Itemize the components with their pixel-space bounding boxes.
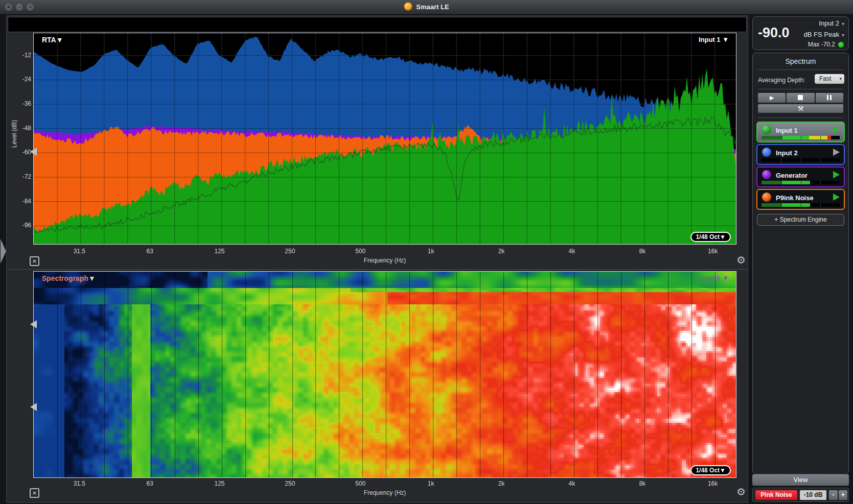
app-logo-icon — [404, 2, 412, 11]
input-play-icon[interactable] — [833, 126, 840, 133]
freq-tick-label: 125 — [214, 480, 224, 487]
window-title: Smaart LE — [0, 0, 853, 14]
pause-icon — [830, 95, 832, 100]
input-play-icon[interactable] — [833, 171, 840, 178]
level-tick-label: -24 — [15, 76, 31, 83]
input-row-generator[interactable]: Generator — [756, 166, 845, 187]
input-row-p9ink-noise[interactable]: P9ink Noise — [756, 189, 845, 210]
spectrograph-lower-range-handle[interactable] — [30, 403, 37, 411]
input-color-indicator — [762, 170, 771, 179]
freq-tick-label: 250 — [285, 248, 295, 255]
input-play-icon[interactable] — [833, 149, 840, 156]
rta-plot[interactable]: RTA▼ Input 1 ▼ 1/48 Oct▼ — [33, 33, 736, 245]
rta-octave-selector[interactable]: 1/48 Oct▼ — [690, 232, 731, 242]
freq-tick-label: 63 — [147, 480, 153, 487]
rta-x-axis-label: Frequency (Hz) — [33, 257, 736, 264]
level-meter-panel: Input 2▾ -90.0 dB FS Peak▾ Max -70.2 — [752, 16, 849, 50]
spectrograph-input-selector[interactable]: Input 1 ▼ — [699, 274, 729, 282]
pause-button[interactable] — [816, 93, 843, 103]
signal-present-indicator — [838, 42, 844, 47]
rta-input-selector[interactable]: Input 1 ▼ — [699, 36, 729, 43]
input-row-input-2[interactable]: Input 2 — [756, 144, 845, 165]
input-color-indicator — [762, 193, 771, 202]
level-tick-label: -60 — [15, 149, 31, 156]
meter-max-value: Max -70.2 — [808, 41, 835, 48]
input-label: Input 1 — [776, 127, 798, 134]
panel-collapse-handle[interactable] — [1, 239, 6, 263]
top-empty-strip — [8, 17, 747, 32]
averaging-depth-label: Averaging Depth: — [758, 77, 805, 84]
rta-type-selector[interactable]: RTA▼ — [42, 36, 63, 44]
sidebar: Input 2▾ -90.0 dB FS Peak▾ Max -70.2 Spe… — [749, 15, 853, 504]
spectrograph-image — [34, 272, 736, 477]
input-label: P9ink Noise — [776, 194, 814, 202]
stop-button[interactable] — [787, 93, 814, 103]
input-level-meter — [762, 181, 840, 184]
rta-traces — [34, 33, 736, 244]
stop-icon — [798, 95, 803, 100]
play-button[interactable]: ▶ — [758, 93, 786, 103]
titlebar: ✕ − + Smaart LE — [0, 0, 853, 15]
level-tick-label: -36 — [15, 100, 31, 107]
freq-tick-label: 1k — [428, 248, 434, 255]
spectrograph-settings-gear-icon[interactable]: ⚙ — [736, 487, 746, 497]
averaging-depth-select[interactable]: Fast▾ — [815, 74, 844, 84]
spectrograph-x-axis-label: Frequency (Hz) — [33, 489, 736, 496]
meter-scale-selector[interactable]: dB FS Peak▾ — [804, 31, 844, 38]
freq-tick-label: 2k — [498, 480, 505, 487]
generator-level-increase-button[interactable]: + — [839, 490, 847, 500]
rta-close-button[interactable]: ✕ — [30, 256, 39, 266]
chevron-down-icon: ▾ — [842, 32, 844, 38]
level-tick-label: -48 — [15, 125, 31, 132]
freq-tick-label: 500 — [355, 480, 365, 487]
freq-tick-label: 250 — [285, 480, 295, 487]
tools-button[interactable]: ⚒ — [758, 104, 843, 113]
freq-tick-label: 500 — [355, 248, 365, 255]
input-color-indicator — [762, 148, 771, 157]
level-tick-label: -72 — [15, 173, 31, 180]
freq-tick-label: 31.5 — [74, 480, 85, 487]
meter-value: -90.0 — [758, 25, 790, 41]
spectrograph-plot[interactable]: Spectrograph▼ Input 1 ▼ 1/48 Oct▼ — [33, 271, 736, 478]
level-tick-label: -96 — [15, 222, 31, 229]
spectrograph-upper-range-handle[interactable] — [30, 320, 37, 328]
generator-panel: Pink Noise -10 dB - + — [752, 488, 849, 502]
freq-tick-label: 2k — [498, 248, 505, 255]
freq-tick-label: 4k — [569, 248, 575, 255]
add-spectrum-engine-button[interactable]: + Spectrum Engine — [757, 214, 844, 226]
level-tick-label: -84 — [15, 198, 31, 205]
freq-tick-label: 125 — [214, 248, 224, 255]
rta-settings-gear-icon[interactable]: ⚙ — [736, 255, 746, 265]
plots-area: RTA▼ Input 1 ▼ 1/48 Oct▼ Level (dB) -12-… — [6, 15, 748, 503]
input-row-input-1[interactable]: Input 1 — [756, 122, 845, 142]
freq-tick-label: 4k — [569, 480, 575, 487]
generator-level-decrease-button[interactable]: - — [829, 490, 838, 500]
freq-tick-label: 1k — [428, 480, 434, 487]
view-button[interactable]: View — [752, 474, 849, 486]
input-label: Generator — [776, 172, 808, 179]
freq-tick-label: 16k — [708, 248, 718, 255]
freq-tick-label: 63 — [147, 248, 153, 255]
tools-icon: ⚒ — [798, 105, 804, 112]
rta-level-slider-handle[interactable] — [30, 148, 37, 156]
app-window: ✕ − + Smaart LE RTA▼ Input 1 ▼ 1/48 Oct▼… — [0, 0, 853, 504]
freq-tick-label: 8k — [639, 480, 645, 487]
input-level-meter — [762, 203, 840, 207]
input-level-meter — [762, 158, 840, 162]
meter-input-selector[interactable]: Input 2▾ — [819, 19, 844, 27]
spectrograph-octave-selector[interactable]: 1/48 Oct▼ — [690, 465, 731, 475]
input-level-meter — [762, 136, 840, 139]
plot-divider — [7, 269, 748, 270]
spectrograph-close-button[interactable]: ✕ — [30, 488, 39, 498]
generator-level-display[interactable]: -10 dB — [800, 490, 826, 500]
input-play-icon[interactable] — [833, 194, 840, 201]
pink-noise-button[interactable]: Pink Noise — [755, 490, 797, 500]
transport-controls: ▶ — [758, 93, 843, 103]
input-color-indicator — [762, 125, 771, 134]
freq-tick-label: 31.5 — [74, 248, 85, 255]
spectrograph-type-selector[interactable]: Spectrograph▼ — [42, 274, 96, 282]
pause-icon — [827, 95, 828, 100]
freq-tick-label: 16k — [708, 480, 718, 487]
level-tick-label: -12 — [15, 52, 31, 59]
freq-tick-label: 8k — [639, 248, 645, 255]
